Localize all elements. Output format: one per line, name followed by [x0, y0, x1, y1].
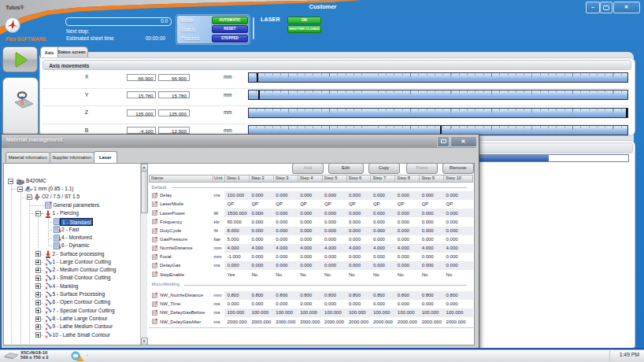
svg-text:abc: abc — [17, 179, 21, 182]
